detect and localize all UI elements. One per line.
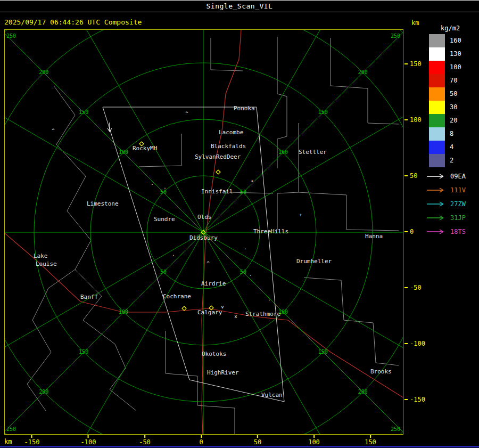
- ring-range-label: 250: [6, 33, 16, 39]
- legend-level: 4: [429, 141, 461, 154]
- city-label: Strathmore: [245, 311, 280, 317]
- ring-range-label: 150: [79, 349, 88, 355]
- city-label: Sundre: [154, 216, 175, 223]
- track-id-label: 111V: [450, 186, 466, 194]
- track-legend-row: 27ZW: [426, 197, 466, 211]
- track-id-label: 09EA: [450, 173, 466, 180]
- legend-level: 100: [429, 61, 461, 74]
- ring-range-label: 150: [318, 109, 328, 115]
- radar-map[interactable]: 5050505010010010010015015015015020020020…: [4, 29, 403, 435]
- city-label: ThreeHills: [253, 228, 288, 235]
- town-mark: .: [268, 296, 270, 302]
- legend-color-swatch: [429, 101, 445, 114]
- track-arrow-icon: [426, 173, 447, 180]
- bottom-axis-unit: km: [4, 438, 12, 445]
- town-mark: *: [251, 180, 253, 185]
- tick-label: 50: [254, 438, 261, 446]
- town-mark: .: [151, 181, 153, 186]
- tick-label: -100: [410, 340, 425, 347]
- legend-value: 30: [450, 101, 457, 114]
- town-marks: ^^*..+..^..vx: [52, 111, 302, 319]
- right-axis-tick: -150: [404, 395, 425, 404]
- legend-value: 160: [450, 34, 461, 47]
- radar-map-canvas: 5050505010010010010015015015015020020020…: [5, 30, 403, 434]
- tick-label: 150: [410, 60, 422, 68]
- legend-level: 70: [429, 74, 461, 87]
- ring-range-label: 200: [358, 69, 368, 75]
- legend-color-swatch: [429, 34, 445, 47]
- tick-mark: [404, 231, 408, 232]
- track-arrow-icon: [426, 229, 447, 235]
- legend-value: 2: [450, 154, 453, 167]
- track-legend-row: 111V: [426, 183, 466, 197]
- tick-mark: [313, 435, 315, 438]
- right-axis-tick: 150: [404, 60, 422, 68]
- tick-label: 0: [410, 228, 414, 235]
- ring-range-label: 100: [119, 309, 128, 315]
- ring-range-label: 250: [391, 426, 400, 432]
- city-label: Cochrane: [163, 293, 191, 300]
- legend-value: 70: [450, 74, 457, 87]
- scan-area-outline: [103, 107, 284, 402]
- legend-unit-label: kg/m2: [441, 25, 460, 32]
- track-id-label: 18TS: [450, 228, 466, 235]
- legend-color-swatch: [429, 47, 445, 61]
- tick-mark: [404, 343, 408, 344]
- boundary-line: [277, 123, 299, 230]
- right-axis-tick: -100: [404, 339, 425, 348]
- ring-range-label: 50: [240, 269, 246, 275]
- ring-range-label: 200: [358, 389, 368, 395]
- town-mark: .: [244, 245, 246, 250]
- site-marker: [216, 170, 220, 174]
- boundary-line: [331, 38, 399, 124]
- city-label: Blackfalds: [211, 143, 246, 150]
- town-mark: +: [299, 212, 302, 217]
- city-label: Innisfail: [201, 188, 233, 195]
- azimuth-line: [5, 83, 203, 232]
- town-mark: ^: [52, 128, 55, 133]
- legend-level: 130: [429, 47, 461, 61]
- city-label: Didsbury: [189, 234, 218, 241]
- bottom-axis-tick: 100: [308, 435, 320, 446]
- track-id-label: 31JP: [450, 214, 466, 222]
- tick-label: 50: [410, 172, 417, 180]
- tick-mark: [404, 119, 408, 120]
- ring-range-label: 50: [160, 189, 167, 195]
- town-mark: x: [234, 314, 237, 319]
- legend-value: 50: [450, 87, 457, 101]
- city-label: Sylvan: [195, 153, 216, 160]
- track-legend-row: 18TS: [426, 225, 466, 239]
- scan-timestamp: 2025/09/17 06:44:26 UTC Composite: [4, 18, 142, 26]
- bottom-axis-tick: 150: [365, 435, 376, 446]
- city-label: RedDeer: [216, 153, 241, 160]
- city-label: Lake: [34, 252, 48, 259]
- track-id-label: 27ZW: [450, 200, 466, 208]
- legend-color-swatch: [429, 114, 445, 127]
- town-mark: ^: [185, 111, 188, 116]
- bottom-border-line: [0, 446, 479, 447]
- ring-range-label: 200: [39, 389, 48, 395]
- tick-label: -100: [81, 438, 96, 446]
- azimuth-line: [54, 30, 203, 232]
- track-legend-row: 09EA: [426, 169, 466, 183]
- city-label: Ponoka: [234, 105, 255, 112]
- tick-label: 100: [308, 438, 320, 446]
- ring-range-label: 200: [39, 69, 48, 75]
- tick-mark: [88, 435, 89, 438]
- legend-value: 4: [450, 141, 453, 154]
- tick-mark: [144, 435, 145, 438]
- legend-level: 30: [429, 101, 461, 114]
- tick-mark: [404, 399, 408, 400]
- azimuth-line: [203, 232, 403, 381]
- city-label: Stettler: [299, 149, 327, 156]
- ring-range-label: 250: [391, 33, 400, 39]
- bottom-axis-tick: 50: [254, 435, 261, 446]
- title-bar: Single_Scan_VIL: [0, 0, 479, 12]
- ring-range-label: 100: [119, 149, 128, 155]
- city-label: Banff: [80, 294, 98, 300]
- legend-level: 20: [429, 114, 461, 127]
- legend-color-swatch: [429, 61, 445, 74]
- legend-level: 8: [429, 127, 461, 141]
- bottom-axis-tick: -50: [139, 435, 151, 446]
- town-mark: .: [172, 251, 175, 257]
